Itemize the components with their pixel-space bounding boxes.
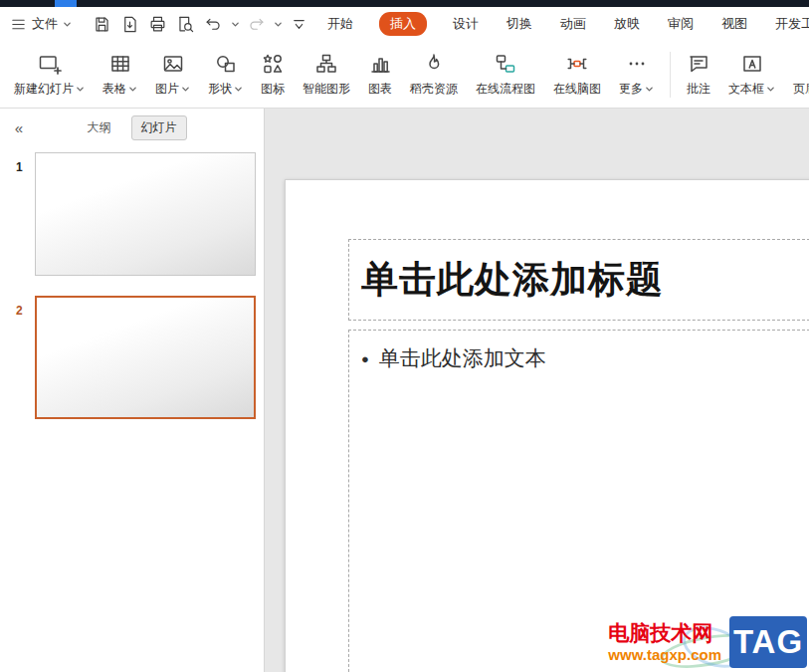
title-placeholder[interactable]: 单击此处添加标题 bbox=[348, 239, 809, 321]
slide-thumbnail-2[interactable] bbox=[35, 296, 256, 419]
undo-button[interactable] bbox=[201, 12, 226, 37]
ribbon-button-docer-resources[interactable]: 稻壳资源 bbox=[402, 46, 466, 103]
undo-dropdown-button[interactable] bbox=[229, 12, 241, 36]
tab-review[interactable]: 审阅 bbox=[666, 12, 696, 36]
ribbon-button-comment[interactable]: 批注 bbox=[679, 46, 718, 103]
chevron-down-icon bbox=[63, 20, 72, 29]
redo-dropdown-button[interactable] bbox=[272, 12, 284, 36]
more-icon bbox=[625, 51, 649, 76]
comment-icon bbox=[687, 51, 710, 76]
undo-icon bbox=[204, 15, 223, 34]
icon-library-icon bbox=[261, 51, 285, 76]
ribbon-button-label: 在线流程图 bbox=[476, 81, 535, 98]
online-mindmap-icon bbox=[565, 51, 589, 76]
ribbon-button-label: 图表 bbox=[368, 81, 392, 98]
title-bar-accent bbox=[55, 0, 77, 7]
chevron-down-icon bbox=[274, 20, 283, 29]
ribbon-button-label: 智能图形 bbox=[303, 81, 350, 98]
ribbon-button-new-slide[interactable]: 新建幻灯片 bbox=[6, 46, 93, 103]
slide-editor[interactable]: 单击此处添加标题 ●单击此处添加文本 bbox=[285, 179, 809, 672]
tab-insert[interactable]: 插入 bbox=[379, 12, 427, 36]
tab-animation[interactable]: 动画 bbox=[558, 12, 588, 36]
chevron-down-icon bbox=[231, 20, 240, 29]
print-preview-button[interactable] bbox=[173, 12, 198, 37]
ribbon-button-smartart[interactable]: 智能图形 bbox=[295, 46, 358, 103]
ribbon-button-icon-library[interactable]: 图标 bbox=[253, 46, 293, 103]
ribbon-button-online-mindmap[interactable]: 在线脑图 bbox=[545, 46, 609, 103]
content-area: « 大纲 幻灯片 1 2 单击此处添加标题 bbox=[0, 109, 809, 672]
ribbon-button-label: 更多 bbox=[619, 81, 643, 98]
dropdown-arrow-icon bbox=[181, 85, 190, 94]
tab-design[interactable]: 设计 bbox=[451, 12, 481, 36]
table-icon bbox=[108, 51, 132, 76]
slide-thumbnail-1[interactable] bbox=[35, 152, 256, 276]
ribbon-button-picture[interactable]: 图片 bbox=[147, 46, 198, 103]
save-button[interactable] bbox=[90, 12, 114, 37]
picture-icon bbox=[161, 51, 185, 76]
more-commands-icon bbox=[290, 15, 308, 34]
tab-home[interactable]: 开始 bbox=[325, 12, 355, 36]
slide-canvas: 单击此处添加标题 ●单击此处添加文本 电脑技术网 www.tagxp.com T… bbox=[265, 109, 809, 672]
ribbon-button-label: 图片 bbox=[155, 81, 179, 98]
chart-icon bbox=[368, 51, 392, 76]
ribbon-button-label: 形状 bbox=[208, 81, 232, 98]
tab-slides[interactable]: 幻灯片 bbox=[131, 115, 187, 140]
ribbon-button-table[interactable]: 表格 bbox=[95, 46, 145, 103]
ribbon-button-shapes[interactable]: 形状 bbox=[200, 46, 251, 103]
print-icon bbox=[148, 15, 167, 34]
ribbon-button-header-footer[interactable]: 页眉页脚 bbox=[785, 46, 809, 103]
tab-outline[interactable]: 大纲 bbox=[78, 115, 121, 140]
ribbon-button-label: 新建幻灯片 bbox=[14, 81, 74, 98]
online-flowchart-icon bbox=[494, 51, 517, 76]
header-footer-icon bbox=[805, 51, 809, 76]
dropdown-arrow-icon bbox=[128, 85, 137, 94]
dropdown-arrow-icon bbox=[234, 85, 243, 94]
menu-bar: 文件 bbox=[0, 7, 809, 41]
export-button[interactable] bbox=[117, 12, 142, 37]
print-button[interactable] bbox=[145, 12, 170, 37]
ribbon-button-online-flowchart[interactable]: 在线流程图 bbox=[468, 46, 543, 103]
bullet-icon: ● bbox=[361, 351, 369, 366]
ribbon-button-chart[interactable]: 图表 bbox=[360, 46, 400, 103]
ribbon-button-label: 表格 bbox=[102, 81, 126, 98]
slide-number: 1 bbox=[16, 160, 23, 174]
slide-thumbnail-row: 2 bbox=[0, 296, 264, 419]
watermark-site-url: www.tagxp.com bbox=[608, 645, 721, 664]
slide-number: 2 bbox=[16, 304, 23, 318]
new-slide-icon bbox=[38, 51, 62, 76]
ribbon-button-label: 页眉页脚 bbox=[793, 81, 809, 98]
site-watermark: 电脑技术网 www.tagxp.com TAG bbox=[608, 616, 807, 668]
title-placeholder-text: 单击此处添加标题 bbox=[361, 255, 664, 305]
shapes-icon bbox=[214, 51, 238, 76]
hamburger-icon bbox=[10, 16, 27, 33]
ribbon-divider bbox=[670, 52, 671, 98]
watermark-texts: 电脑技术网 www.tagxp.com bbox=[608, 620, 721, 664]
tab-view[interactable]: 视图 bbox=[719, 12, 749, 36]
tab-developer[interactable]: 开发工具 bbox=[773, 12, 809, 36]
slide-thumbnail-row: 1 bbox=[0, 152, 264, 276]
slide-panel-header: « 大纲 幻灯片 bbox=[0, 109, 264, 146]
print-preview-icon bbox=[176, 15, 195, 34]
wps-presentation-window: 文件 bbox=[0, 0, 809, 672]
ribbon-button-label: 文本框 bbox=[728, 81, 764, 98]
title-bar bbox=[0, 0, 809, 7]
panel-tabs: 大纲 幻灯片 bbox=[78, 115, 187, 140]
tab-transition[interactable]: 切换 bbox=[505, 12, 534, 36]
tab-slideshow[interactable]: 放映 bbox=[612, 12, 642, 36]
file-menu-button[interactable]: 文件 bbox=[0, 15, 80, 33]
watermark-logo: TAG bbox=[729, 616, 807, 668]
export-icon bbox=[120, 15, 139, 34]
docer-resources-icon bbox=[422, 51, 446, 76]
ribbon-button-label: 在线脑图 bbox=[553, 81, 601, 98]
textbox-icon bbox=[740, 51, 764, 76]
redo-button[interactable] bbox=[244, 12, 269, 37]
ribbon-button-more[interactable]: 更多 bbox=[611, 46, 662, 103]
ribbon-button-textbox[interactable]: 文本框 bbox=[720, 46, 783, 103]
customize-toolbar-button[interactable] bbox=[287, 12, 311, 37]
dropdown-arrow-icon bbox=[76, 85, 85, 94]
collapse-icon: « bbox=[15, 119, 23, 136]
collapse-panel-button[interactable]: « bbox=[8, 116, 30, 138]
smartart-icon bbox=[314, 51, 338, 76]
ribbon-button-label: 稻壳资源 bbox=[410, 81, 458, 98]
quick-access-toolbar bbox=[90, 12, 311, 37]
